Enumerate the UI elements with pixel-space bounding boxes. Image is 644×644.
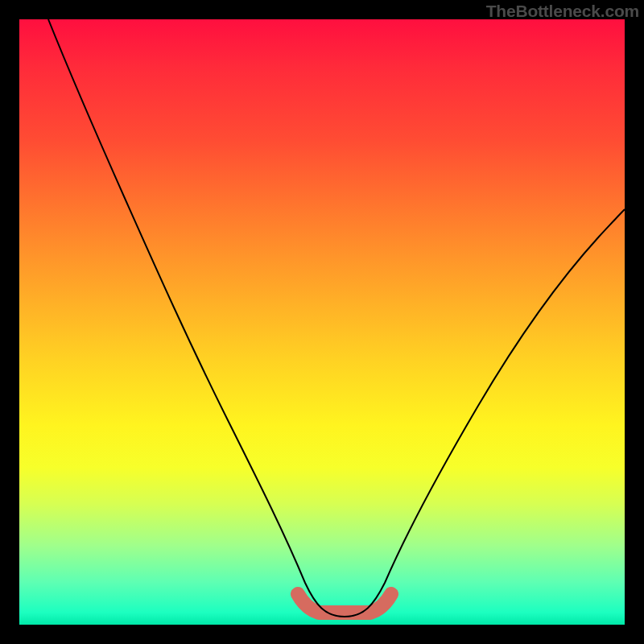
watermark-text: TheBottleneck.com xyxy=(486,2,639,21)
bottleneck-curve xyxy=(48,19,625,617)
chart-frame: TheBottleneck.com xyxy=(0,0,644,644)
curve-layer xyxy=(19,19,625,625)
plot-area xyxy=(19,19,625,625)
